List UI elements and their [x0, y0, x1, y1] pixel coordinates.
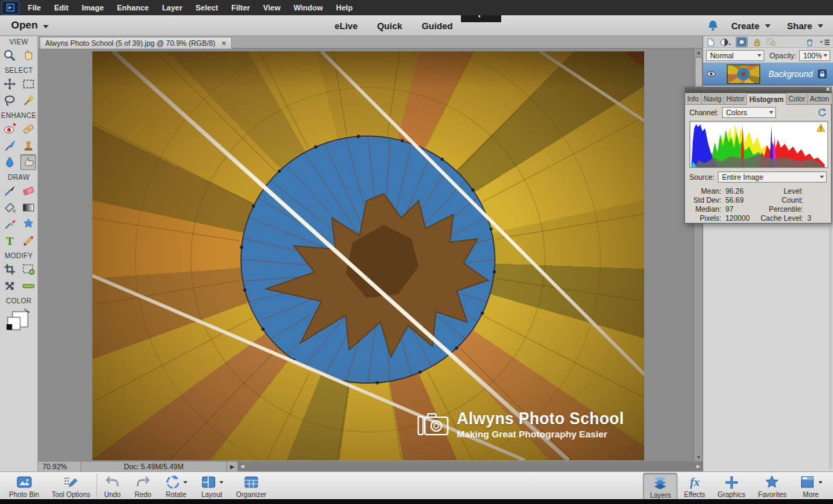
straighten-tool[interactable]	[20, 278, 36, 294]
layer-name: Background	[768, 69, 817, 79]
menu-file[interactable]: File	[28, 3, 41, 12]
tab-actions[interactable]: Action	[808, 94, 832, 104]
eraser-tool[interactable]	[20, 183, 36, 199]
tool-options-button[interactable]: Tool Options	[45, 473, 96, 498]
doc-size-field[interactable]: Doc: 5.49M/5.49M	[81, 462, 227, 471]
tab-histogram[interactable]: Histogram	[747, 93, 786, 105]
content-aware-move-tool[interactable]	[1, 278, 17, 294]
channel-label: Channel:	[689, 108, 718, 117]
status-expand-button[interactable]: ▶	[227, 462, 238, 471]
pencil-tool[interactable]	[20, 233, 36, 249]
spot-healing-brush-tool[interactable]	[20, 121, 36, 137]
scroll-left-icon[interactable]: ◀	[238, 462, 246, 471]
layers-panel-button[interactable]: Layers	[643, 473, 678, 500]
create-button[interactable]: Create	[731, 21, 759, 31]
tab-info[interactable]: Info	[685, 94, 702, 104]
lasso-tool[interactable]	[1, 92, 17, 108]
favorites-panel-button[interactable]: Favorites	[752, 473, 793, 498]
histogram-close-icon[interactable]: ×	[826, 85, 830, 93]
delete-layer-trash-icon[interactable]	[805, 37, 814, 47]
type-tool[interactable]: T	[1, 233, 17, 249]
blend-mode-dropdown[interactable]: Normal	[706, 50, 764, 61]
photo-bin-button[interactable]: Photo Bin	[3, 473, 45, 498]
more-caret[interactable]	[818, 481, 823, 484]
recompose-tool[interactable]	[20, 261, 36, 277]
lock-transparent-pixels-icon[interactable]	[766, 37, 776, 47]
zoom-level-field[interactable]: 70.92%	[38, 462, 81, 471]
menu-help[interactable]: Help	[336, 3, 353, 12]
tab-elive[interactable]: eLive	[335, 21, 357, 31]
rotate-button[interactable]: Rotate	[158, 473, 194, 498]
gradient-tool[interactable]	[20, 199, 36, 215]
share-button[interactable]: Share	[787, 21, 812, 31]
menu-edit[interactable]: Edit	[54, 3, 69, 12]
document-tab-close-icon[interactable]: ×	[221, 39, 226, 47]
rotate-caret[interactable]	[183, 481, 187, 484]
layout-button[interactable]: Layout	[194, 473, 230, 498]
menu-enhance[interactable]: Enhance	[117, 3, 149, 12]
menu-select[interactable]: Select	[196, 3, 218, 12]
scroll-right-icon[interactable]: ▶	[694, 462, 702, 471]
effects-label: Effects	[684, 491, 705, 498]
document-tab[interactable]: Alwyns Photo School (5 of 39).jpg @ 70.9…	[40, 37, 232, 49]
open-button[interactable]: Open	[11, 19, 37, 31]
menu-view[interactable]: View	[263, 3, 280, 12]
source-dropdown[interactable]: Entire Image	[718, 171, 827, 183]
effects-panel-button[interactable]: fx Effects	[678, 473, 711, 498]
zoom-tool[interactable]	[1, 47, 17, 63]
channel-dropdown[interactable]: Colors	[722, 107, 776, 118]
layer-thumbnail[interactable]	[727, 65, 760, 84]
undo-button[interactable]: Undo	[97, 473, 128, 498]
smart-brush-tool[interactable]	[1, 137, 17, 153]
create-caret[interactable]	[765, 24, 771, 28]
new-adjustment-layer-icon[interactable]	[720, 37, 731, 47]
layout-caret[interactable]	[219, 481, 224, 484]
refresh-histogram-icon[interactable]	[817, 108, 827, 117]
more-panel-button[interactable]: More	[793, 473, 829, 498]
color-swatches[interactable]	[6, 308, 31, 333]
organizer-button[interactable]: Organizer	[230, 473, 273, 498]
red-eye-removal-tool[interactable]	[1, 121, 17, 137]
custom-shape-tool[interactable]	[20, 216, 36, 232]
photo-canvas[interactable]: Alwyns Photo School Making Great Photogr…	[92, 51, 644, 460]
panel-options-menu-icon[interactable]	[819, 38, 830, 47]
open-dropdown-caret[interactable]	[43, 25, 49, 28]
magic-wand-tool[interactable]	[20, 92, 36, 108]
cached-data-warning-icon[interactable]	[816, 124, 825, 132]
paint-bucket-tool[interactable]	[1, 199, 17, 215]
histogram-panel-titlebar[interactable]: ×	[685, 87, 831, 93]
toolbox-section-modify: MODIFY	[0, 252, 37, 260]
blur-tool[interactable]	[1, 154, 17, 170]
eyedropper-tool[interactable]	[1, 216, 17, 232]
canvas-horizontal-scrollbar[interactable]: ◀ ▶	[238, 462, 702, 471]
tab-color[interactable]: Color	[786, 94, 808, 104]
clone-stamp-tool[interactable]	[20, 137, 36, 153]
layer-row-background[interactable]: Background	[703, 62, 833, 86]
crop-icon	[3, 262, 17, 276]
hand-tool[interactable]	[20, 47, 36, 63]
graphics-panel-button[interactable]: Graphics	[712, 473, 752, 498]
tab-guided[interactable]: Guided	[421, 21, 453, 31]
tab-quick[interactable]: Quick	[377, 21, 402, 31]
tab-history[interactable]: Histor	[724, 94, 747, 104]
crop-tool[interactable]	[1, 261, 17, 277]
brush-tool[interactable]	[1, 183, 17, 199]
menu-window[interactable]: Window	[294, 3, 323, 12]
menu-layer[interactable]: Layer	[162, 3, 182, 12]
redo-button[interactable]: Redo	[128, 473, 158, 498]
tab-navigator[interactable]: Navig	[702, 94, 725, 104]
menu-filter[interactable]: Filter	[231, 3, 250, 12]
mean-label: Mean:	[689, 187, 721, 195]
menu-image[interactable]: Image	[82, 3, 104, 12]
new-layer-icon[interactable]	[706, 37, 715, 47]
rectangular-marquee-tool[interactable]	[20, 76, 36, 92]
layer-visibility-eye-icon[interactable]	[703, 70, 718, 78]
document-tab-strip: Alwyns Photo School (5 of 39).jpg @ 70.9…	[38, 36, 702, 49]
add-layer-mask-icon[interactable]	[736, 37, 748, 47]
move-tool[interactable]	[1, 76, 17, 92]
lock-all-icon[interactable]	[752, 37, 762, 47]
opacity-dropdown[interactable]: 100%	[799, 50, 830, 61]
notifications-bell-icon[interactable]	[706, 19, 720, 33]
share-caret[interactable]	[818, 24, 823, 28]
smudge-tool[interactable]	[20, 154, 36, 170]
